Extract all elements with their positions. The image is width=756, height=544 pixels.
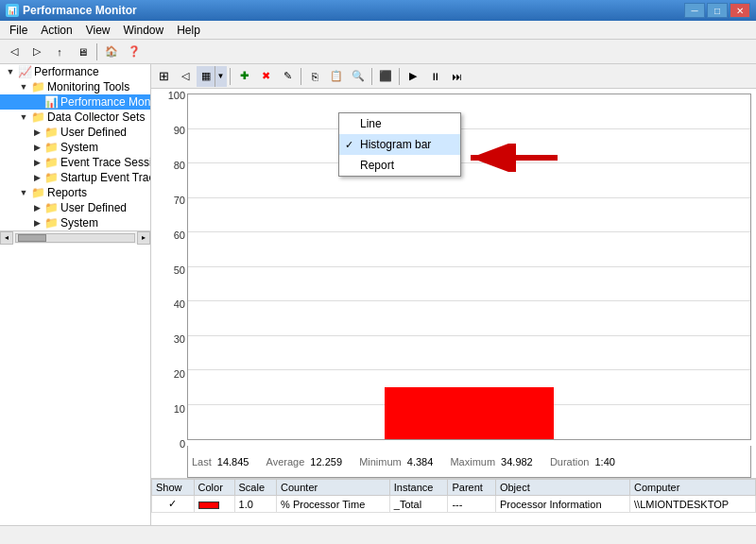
ct-properties[interactable]: 🔍 xyxy=(348,67,369,86)
tb-up[interactable]: ↑ xyxy=(49,42,70,61)
tree-label: Performance Monitor xyxy=(60,95,151,109)
menu-view[interactable]: View xyxy=(80,22,116,39)
expand-icon: ▶ xyxy=(30,128,43,137)
ct-back[interactable]: ◁ xyxy=(175,67,196,86)
cell-counter: % Processor Time xyxy=(277,496,390,513)
dd-histogram-label: Histogram bar xyxy=(360,138,431,151)
cell-object: Processor Information xyxy=(495,496,629,513)
stats-bar: Last 14.845 Average 12.259 Minimum 4.384… xyxy=(187,446,751,478)
expand-icon: ▶ xyxy=(30,143,43,152)
counter-table-wrap: Show Color Scale Counter Instance Parent… xyxy=(151,478,756,525)
folder-icon: 📁 xyxy=(43,156,59,169)
ct-add[interactable]: ✚ xyxy=(233,67,254,86)
expand-icon: ▶ xyxy=(30,158,43,167)
menu-help[interactable]: Help xyxy=(171,22,206,39)
scroll-right[interactable]: ▸ xyxy=(137,231,150,245)
ct-play[interactable]: ▶ xyxy=(403,67,423,86)
y-label-100: 100 xyxy=(153,91,185,101)
tree-user-defined-1[interactable]: ▶ 📁 User Defined xyxy=(0,125,150,140)
maximize-button[interactable]: □ xyxy=(707,3,728,18)
folder-icon: 📁 xyxy=(43,201,59,214)
y-label-90: 90 xyxy=(153,126,185,136)
chart-type-dropdown-arrow[interactable]: ▼ xyxy=(215,66,226,87)
ct-sep1 xyxy=(230,68,231,85)
tree-system[interactable]: ▶ 📁 System xyxy=(0,140,150,155)
y-label-50: 50 xyxy=(153,265,185,276)
tree-reports[interactable]: ▼ 📁 Reports xyxy=(0,185,150,200)
last-label: Last xyxy=(192,456,212,468)
tree-label: Reports xyxy=(47,186,87,199)
title-bar-controls: ─ □ ✕ xyxy=(684,3,750,18)
dur-value: 1:40 xyxy=(594,456,614,468)
cell-parent: --- xyxy=(448,496,495,513)
ct-highlight[interactable]: ✎ xyxy=(277,67,298,86)
menu-action[interactable]: Action xyxy=(35,22,77,39)
menu-window[interactable]: Window xyxy=(118,22,170,39)
folder-icon: 📁 xyxy=(43,171,59,184)
tree-data-collector-sets[interactable]: ▼ 📁 Data Collector Sets xyxy=(0,110,150,125)
tree-label: Data Collector Sets xyxy=(47,110,145,124)
tree-label: User Defined xyxy=(60,126,127,139)
tb-help[interactable]: ❓ xyxy=(124,42,145,61)
last-value: 14.845 xyxy=(217,456,249,468)
cell-color xyxy=(194,496,234,513)
col-scale: Scale xyxy=(234,480,277,496)
tree-label: Startup Event Trace Sess xyxy=(60,171,151,184)
col-instance: Instance xyxy=(389,480,448,496)
close-button[interactable]: ✕ xyxy=(730,3,750,18)
ct-paste[interactable]: 📋 xyxy=(326,67,347,86)
folder-icon: 📁 xyxy=(30,110,45,124)
col-computer: Computer xyxy=(630,480,756,496)
ct-step[interactable]: ⏭ xyxy=(446,67,467,86)
tb-home[interactable]: 🏠 xyxy=(101,42,122,61)
tb-back[interactable]: ◁ xyxy=(4,42,25,61)
sidebar-scrollbar[interactable]: ◂ ▸ xyxy=(0,230,150,244)
tb-show-hide[interactable]: 🖥 xyxy=(72,42,93,61)
dd-histogram[interactable]: Histogram bar xyxy=(339,134,460,155)
grid-line-40 xyxy=(188,300,750,301)
toolbar-separator-1 xyxy=(96,43,97,60)
grid-line-60 xyxy=(188,231,750,232)
tb-forward[interactable]: ▷ xyxy=(26,42,47,61)
minimize-button[interactable]: ─ xyxy=(684,3,705,18)
tree-user-defined-2[interactable]: ▶ 📁 User Defined xyxy=(0,200,150,215)
grid-line-30 xyxy=(188,335,750,336)
expand-icon: ▼ xyxy=(4,67,17,76)
ct-freeze[interactable]: ⬛ xyxy=(375,67,396,86)
chart-type-button[interactable]: ▦ ▼ xyxy=(197,66,227,87)
counter-table: Show Color Scale Counter Instance Parent… xyxy=(151,479,756,513)
tree-system-2[interactable]: ▶ 📁 System xyxy=(0,215,150,230)
tree-event-trace[interactable]: ▶ 📁 Event Trace Sessions xyxy=(0,155,150,170)
y-label-70: 70 xyxy=(153,196,185,206)
tree-performance-monitor[interactable]: 📊 Performance Monitor xyxy=(0,94,150,110)
y-label-40: 40 xyxy=(153,299,185,310)
app-icon: 📊 xyxy=(6,4,19,17)
menu-file[interactable]: File xyxy=(4,22,33,39)
tree-monitoring-tools[interactable]: ▼ 📁 Monitoring Tools xyxy=(0,79,150,94)
y-label-20: 20 xyxy=(153,369,185,380)
ct-copy[interactable]: ⎘ xyxy=(304,67,325,86)
tree-performance[interactable]: ▼ 📈 Performance xyxy=(0,64,150,79)
sidebar: ▼ 📈 Performance ▼ 📁 Monitoring Tools 📊 P… xyxy=(0,64,151,525)
tree-startup-event[interactable]: ▶ 📁 Startup Event Trace Sess xyxy=(0,170,150,185)
grid-line-90 xyxy=(188,128,750,129)
ct-view[interactable]: ⊞ xyxy=(153,67,174,86)
table-row[interactable]: ✓ 1.0 % Processor Time _Total --- Proces… xyxy=(152,496,756,513)
perf-icon: 📈 xyxy=(17,65,32,78)
title-bar-left: 📊 Performance Monitor xyxy=(6,4,137,17)
scrollbar-thumb[interactable] xyxy=(18,234,46,242)
chart-icon: 📊 xyxy=(43,95,59,109)
dd-line[interactable]: Line xyxy=(339,113,460,134)
col-color: Color xyxy=(194,480,234,496)
ct-pause[interactable]: ⏸ xyxy=(424,67,445,86)
tree-label: System xyxy=(60,216,98,230)
scrollbar-track[interactable] xyxy=(15,233,135,243)
dd-report[interactable]: Report xyxy=(339,155,460,176)
main-container: ▼ 📈 Performance ▼ 📁 Monitoring Tools 📊 P… xyxy=(0,64,756,525)
chart-type-icon: ▦ xyxy=(201,70,211,82)
cell-scale: 1.0 xyxy=(234,496,277,513)
scroll-left[interactable]: ◂ xyxy=(0,231,13,245)
histogram-bar xyxy=(385,387,554,439)
ct-delete[interactable]: ✖ xyxy=(255,67,276,86)
y-axis: 0 10 20 30 40 50 60 70 80 90 100 xyxy=(151,89,187,450)
